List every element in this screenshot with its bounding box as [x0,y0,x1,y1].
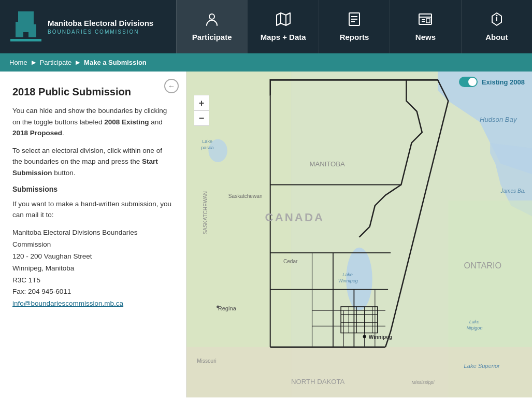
address-block: Manitoba Electoral Divisions Boundaries … [12,227,174,310]
svg-point-18 [496,15,497,17]
org-subtitle: BOUNDARIES COMMISSION [48,29,153,35]
address-fax: Fax: 204 945-6011 [12,286,174,298]
mississippi-label: Mississippi [412,380,435,385]
breadcrumb: Home ▶ Participate ▶ Make a Submission [0,53,532,72]
svg-rect-22 [186,347,532,397]
breadcrumb-arrow-2: ▶ [76,59,80,66]
submissions-title: Submissions [12,185,174,193]
instructions-para1: You can hide and show the boundaries by … [12,105,174,139]
map-svg[interactable]: Hudson Bay CANADA SASKATCHEWAN MANITOBA … [186,72,532,397]
svg-rect-15 [426,19,430,23]
missouri-label: Missouri [197,358,217,364]
logo-area: Manitoba Electoral Divisions BOUNDARIES … [0,0,176,53]
zoom-in-button[interactable]: + [194,95,209,110]
address-line-3: Winnipeg, Manitoba [12,263,174,275]
org-name: Manitoba Electoral Divisions [48,19,153,28]
nav-reports[interactable]: Reports [319,0,390,53]
news-icon [418,12,433,30]
winnipeg-label: Winnipeg [369,334,392,340]
nav-news-label: News [415,33,436,41]
breadcrumb-home[interactable]: Home [9,59,27,66]
saskatoon-label: Saskatchewan [228,193,263,199]
logo-text: Manitoba Electoral Divisions BOUNDARIES … [48,19,153,35]
saskatchewan-label: SASKATCHEWAN [203,191,208,235]
canada-label: CANADA [265,211,324,224]
breadcrumb-participate[interactable]: Participate [40,59,71,66]
back-button[interactable]: ← [164,79,179,93]
map-toggle[interactable]: Existing 2008 [459,77,525,87]
svg-marker-4 [277,13,290,25]
toggle-knob [468,78,477,86]
cedar-label: Cedar [283,259,298,264]
north-dakota-label: NORTH DAKOTA [291,378,344,386]
site-header: Manitoba Electoral Divisions BOUNDARIES … [0,0,532,53]
james-bay-label: James Ba. [500,188,525,194]
lake-nipigon-label: Lake [469,319,480,324]
nav-about[interactable]: About [461,0,532,53]
regina-label: Regina [218,305,237,311]
address-line-4: R3C 1T5 [12,275,174,287]
lake-winnipeg-label: Lake [342,272,353,277]
nav-participate-label: Participate [192,33,232,41]
reports-icon [348,12,361,30]
nav-about-label: About [485,33,508,41]
logo-icon [10,9,41,45]
toggle-switch[interactable] [459,77,478,87]
nav-news[interactable]: News [390,0,461,53]
lake-pasca-label: Lake [202,139,212,144]
lake-nipigon-label2: Nipigon [467,325,483,331]
left-panel: ← 2018 Public Submission You can hide an… [0,72,186,397]
nav-maps-data[interactable]: Maps + Data [247,0,318,53]
address-line-2: 120 - 200 Vaughan Street [12,251,174,263]
nav-maps-label: Maps + Data [261,33,306,41]
zoom-out-button[interactable]: − [194,110,209,126]
lake-superior-label: Lake Superior [464,363,500,369]
breadcrumb-arrow-1: ▶ [32,59,36,66]
svg-point-3 [209,14,214,19]
breadcrumb-current: Make a Submission [84,59,147,66]
about-icon [490,12,504,30]
participate-icon [205,12,219,30]
map-controls: + − [194,95,209,126]
regina-dot [217,305,219,308]
manitoba-label: MANITOBA [309,160,345,168]
nav-reports-label: Reports [340,33,369,41]
hudson-bay-label: Hudson Bay [480,116,517,123]
mail-instructions: If you want to make a hand-written submi… [12,198,174,221]
instructions-para2: To select an electoral division, click w… [12,145,174,179]
main-nav: Participate Maps + Data Rep [176,0,532,53]
nav-participate[interactable]: Participate [176,0,247,53]
lake-winnipeg-label2: Winnipeg [338,278,358,283]
main-content: ← 2018 Public Submission You can hide an… [0,72,532,397]
maps-icon [276,12,291,30]
lake-pasca-label2: pasca [201,145,214,150]
map-panel: Existing 2008 + − [186,72,532,397]
winnipeg-dot [363,335,366,338]
address-line-1: Manitoba Electoral Divisions Boundaries … [12,227,174,251]
toggle-label: Existing 2008 [482,78,525,86]
svg-rect-1 [10,39,41,41]
page-title: 2018 Public Submission [12,86,174,98]
ontario-label: ONTARIO [464,261,501,270]
email-link[interactable]: info@boundariescommission.mb.ca [12,300,123,307]
